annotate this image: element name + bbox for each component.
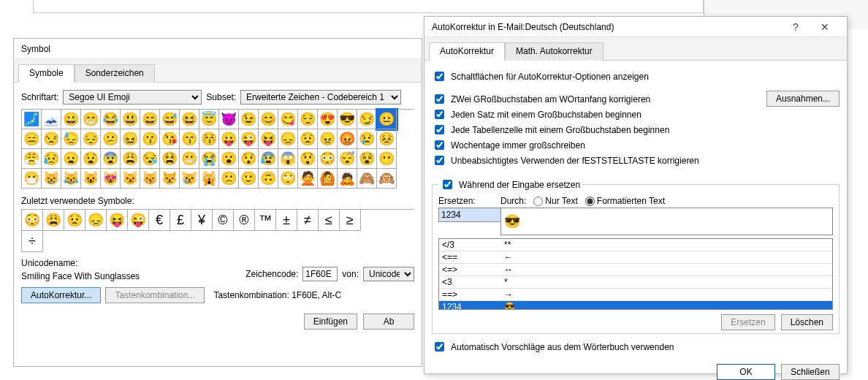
symbol-cell[interactable]: 😤 [22, 149, 42, 169]
symbol-cell[interactable]: 😙 [180, 129, 199, 149]
durch-box[interactable]: 😎 [500, 208, 833, 235]
close-button[interactable]: ✕ [810, 17, 840, 37]
symbol-cell[interactable]: 😎 [338, 110, 357, 129]
symbol-cell[interactable]: 😰 [259, 149, 278, 169]
replace-row[interactable]: <=>↔ [439, 264, 832, 276]
replace-row[interactable]: <3* [439, 276, 832, 289]
tab-sonderzeichen[interactable]: Sonderzeichen [75, 64, 155, 83]
symbol-cell[interactable]: 😶 [377, 149, 397, 169]
symbol-cell[interactable]: 😢 [357, 129, 377, 149]
symbol-cell[interactable]: 🗾 [22, 110, 42, 129]
symbol-cell[interactable]: 😪 [140, 149, 160, 169]
symbol-cell[interactable]: 😔 [81, 129, 101, 149]
recent-cell[interactable]: ¥ [191, 210, 213, 231]
symbol-cell[interactable]: 😠 [318, 129, 338, 149]
symbol-cell[interactable]: 😺 [81, 169, 101, 189]
symbol-cell[interactable]: 😩 [121, 149, 140, 169]
symbol-cell[interactable]: 😋 [278, 110, 298, 129]
symbol-cell[interactable]: 😝 [259, 129, 278, 149]
symbol-cell[interactable]: 😹 [61, 169, 81, 189]
symbol-cell[interactable]: 😥 [42, 149, 61, 169]
recent-grid[interactable]: 😳😩😟😞😝😜€£¥©®™±≠≤≥÷ [21, 209, 414, 252]
chk-options[interactable] [435, 72, 444, 81]
symbol-cell[interactable]: 😨 [101, 149, 121, 169]
symbol-cell[interactable]: 😅 [160, 110, 180, 129]
symbol-cell[interactable]: 😇 [199, 110, 219, 129]
recent-cell[interactable]: ÷ [22, 231, 43, 252]
recent-cell[interactable]: £ [170, 210, 191, 231]
ok-button[interactable]: OK [717, 364, 775, 380]
recent-cell[interactable]: ≤ [319, 210, 340, 231]
tab-math[interactable]: Math. Autokorrektur [505, 42, 604, 61]
symbol-cell[interactable]: 😗 [140, 129, 160, 149]
from-select[interactable]: Unicode (h [363, 267, 414, 281]
recent-cell[interactable]: © [213, 210, 234, 231]
subset-select[interactable]: Erweiterte Zeichen - Codebereich 1 [240, 90, 401, 104]
radio-plain[interactable] [533, 197, 543, 206]
symbol-cell[interactable]: 😄 [140, 110, 160, 129]
chk-tablecell[interactable] [435, 125, 444, 134]
symbol-cell[interactable]: 😻 [101, 169, 121, 189]
symbol-cell[interactable]: 😏 [357, 110, 377, 129]
replace-input[interactable] [438, 208, 500, 222]
symbol-cell[interactable]: 😛 [219, 129, 239, 149]
schliessen-button[interactable]: Schließen [781, 364, 840, 380]
replace-row[interactable]: 1234😎 [439, 301, 832, 311]
symbol-cell[interactable]: 😘 [160, 129, 180, 149]
symbol-cell[interactable]: 🙆 [318, 169, 338, 189]
chk-twocaps[interactable] [435, 94, 444, 104]
symbol-cell[interactable]: 🙈 [357, 169, 377, 189]
autokorrektur-button[interactable]: AutoKorrektur... [21, 287, 101, 303]
chk-replace[interactable] [443, 180, 452, 189]
chk-dict[interactable] [435, 342, 444, 352]
insert-button[interactable]: Einfügen [304, 314, 357, 330]
symbol-cell[interactable]: 😂 [101, 110, 121, 129]
recent-cell[interactable]: 😳 [22, 210, 43, 231]
recent-cell[interactable]: ≥ [340, 210, 361, 231]
ausnahmen-button[interactable]: Ausnahmen... [766, 91, 840, 107]
symbol-cell[interactable]: 🙄 [278, 169, 298, 189]
symbol-cell[interactable]: 😀 [61, 110, 81, 129]
symbol-cell[interactable]: 😊 [259, 110, 278, 129]
symbol-cell[interactable]: 😐 [377, 110, 397, 129]
symbol-cell[interactable]: 😬 [180, 149, 199, 169]
symbol-cell[interactable]: 😡 [338, 129, 357, 149]
symbol-cell[interactable]: 😓 [61, 129, 81, 149]
recent-cell[interactable]: 😟 [64, 210, 85, 231]
symbol-cell[interactable]: 😜 [239, 129, 259, 149]
symbol-cell[interactable]: 😖 [121, 129, 140, 149]
symbol-cell[interactable]: 😌 [298, 110, 318, 129]
recent-cell[interactable]: ≠ [297, 210, 319, 231]
replace-row[interactable]: ==>→ [439, 289, 832, 301]
symbol-cell[interactable]: 😟 [298, 129, 318, 149]
chk-sentence[interactable] [435, 110, 444, 119]
symbol-cell[interactable]: 😉 [239, 110, 259, 129]
symbol-cell[interactable]: 😮 [219, 149, 239, 169]
recent-cell[interactable]: 😞 [85, 210, 107, 231]
symbol-cell[interactable]: 😃 [121, 110, 140, 129]
replace-list[interactable]: </3**<==←<=>↔<3*==>→1234😎999:) [438, 238, 833, 310]
symbol-cell[interactable]: 😽 [140, 169, 160, 189]
code-input[interactable] [302, 267, 338, 281]
help-button[interactable]: ? [781, 17, 810, 37]
symbol-cell[interactable]: 😿 [180, 169, 199, 189]
symbol-cell[interactable]: 😱 [278, 149, 298, 169]
symbol-cell[interactable]: 🙂 [239, 169, 259, 189]
symbol-cell[interactable]: 😯 [239, 149, 259, 169]
recent-cell[interactable]: ™ [255, 210, 276, 231]
symbol-cell[interactable]: 😑 [22, 129, 42, 149]
tab-symbole[interactable]: Symbole [18, 64, 75, 83]
symbol-cell[interactable]: 🙃 [259, 169, 278, 189]
recent-cell[interactable]: ± [276, 210, 297, 231]
symbol-cell[interactable]: 😴 [338, 149, 357, 169]
symbol-cell[interactable]: 😵 [357, 149, 377, 169]
chk-weekdays[interactable] [435, 140, 444, 150]
symbol-cell[interactable]: 😚 [199, 129, 219, 149]
symbol-cell[interactable]: 😒 [42, 129, 61, 149]
symbol-cell[interactable]: 😞 [278, 129, 298, 149]
symbol-cell[interactable]: 😦 [61, 149, 81, 169]
symbol-cell[interactable]: 🙉 [377, 169, 397, 189]
recent-cell[interactable]: € [149, 210, 170, 231]
tab-autokorrektur[interactable]: AutoKorrektur [429, 42, 505, 61]
abort-button[interactable]: Ab [363, 314, 414, 330]
